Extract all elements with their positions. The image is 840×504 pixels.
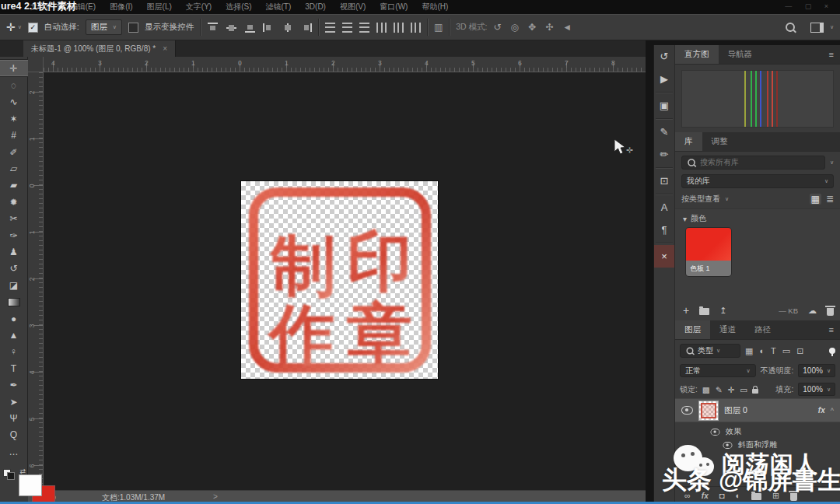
menu-item-2[interactable]: 图像(I) [103, 0, 139, 14]
current-tool-indicator[interactable]: ✛ ∨ [6, 21, 22, 33]
tab-layers[interactable]: 图层 [675, 320, 710, 339]
lock-artboard-icon[interactable]: ▭ [740, 385, 747, 394]
status-chevron-icon[interactable]: > [213, 492, 218, 501]
search-icon[interactable] [786, 23, 795, 32]
paragraph-panel-icon[interactable]: ¶ [654, 219, 674, 241]
edit-toolbar-button[interactable]: … [3, 443, 25, 460]
effect-visibility-icon[interactable] [723, 442, 733, 449]
marquee-tool[interactable]: ◌ [3, 77, 25, 93]
tab-histogram[interactable]: 直方图 [675, 45, 719, 64]
filter-pixel-layers-icon[interactable]: ▦ [745, 346, 753, 356]
menu-item-3[interactable]: 图层(L) [140, 0, 179, 14]
share-library-icon[interactable]: ↥ [719, 306, 726, 316]
align-vertical-centers-icon[interactable] [226, 23, 237, 33]
library-select-dropdown[interactable]: 我的库 ∨ [681, 174, 834, 188]
brush-tool[interactable]: ✑ [3, 227, 25, 243]
document-canvas[interactable]: 制 作 印 章 [241, 181, 438, 379]
filter-smart-objects-icon[interactable]: ⊡ [796, 346, 803, 356]
distribute-left-edges-icon[interactable] [376, 23, 387, 33]
distribute-vertical-centers-icon[interactable] [342, 23, 352, 33]
ruler-origin-box[interactable] [28, 57, 44, 72]
grid-view-icon[interactable]: ▦ [810, 194, 821, 205]
add-library-item-icon[interactable]: + [683, 304, 689, 317]
cloud-sync-icon[interactable]: ☁ [808, 306, 817, 316]
foreground-color-swatch[interactable] [19, 474, 42, 496]
patch-tool[interactable]: ▰ [3, 177, 25, 194]
collapse-fx-icon[interactable]: ^ [831, 407, 834, 415]
3d-rotate-icon[interactable]: ↺ [494, 22, 502, 33]
close-tab-icon[interactable]: × [163, 44, 167, 53]
spot-healing-tool[interactable]: ✹ [3, 194, 25, 210]
path-selection-tool[interactable]: ➤ [3, 394, 25, 410]
panel-menu-icon[interactable]: ≡ [829, 50, 834, 59]
move-tool[interactable]: ✛ [0, 59, 30, 77]
3d-scale-icon[interactable]: ◄ [562, 22, 572, 33]
lock-all-icon[interactable] [752, 389, 758, 394]
tool-presets-panel-icon[interactable]: ⊡ [654, 170, 674, 192]
menu-item-10[interactable]: 帮助(H) [415, 0, 455, 14]
distribute-horizontal-centers-icon[interactable] [394, 23, 404, 33]
filter-type-layers-icon[interactable]: T [771, 346, 776, 355]
blur-tool[interactable]: ● [3, 310, 25, 327]
chevron-down-icon[interactable]: ∨ [830, 159, 834, 166]
align-right-edges-icon[interactable] [300, 23, 312, 33]
horizontal-ruler[interactable]: 4321012345678 [44, 57, 646, 72]
history-panel-icon[interactable]: ↺ [654, 45, 674, 68]
healing-brush-tool[interactable]: ▱ [3, 160, 25, 177]
layer-visibility-icon[interactable] [681, 406, 693, 415]
hand-tool[interactable]: Ψ [3, 410, 25, 426]
workspace-switcher-icon[interactable] [810, 23, 824, 33]
filter-toggle-icon[interactable] [829, 348, 835, 354]
brush-presets-panel-icon[interactable]: ✏ [654, 143, 674, 166]
menu-item-6[interactable]: 滤镜(T) [259, 0, 299, 14]
quick-selection-tool[interactable]: ✶ [3, 110, 25, 127]
3d-drag-icon[interactable]: ✥ [528, 22, 536, 33]
slice-tool[interactable]: ✂ [3, 211, 25, 227]
effects-row[interactable]: 效果 [709, 426, 741, 437]
menu-item-7[interactable]: 3D(D) [298, 0, 333, 14]
brush-settings-panel-icon[interactable]: ✎ [654, 121, 674, 143]
opacity-field[interactable]: 100% ∨ [798, 364, 835, 377]
window-controls[interactable]: — ▢ × [785, 2, 834, 10]
layer-fx-badge[interactable]: fx [818, 406, 825, 415]
align-horizontal-centers-icon[interactable] [282, 23, 293, 33]
menu-item-5[interactable]: 选择(S) [219, 0, 258, 14]
close-panel-icon[interactable]: × [654, 245, 674, 268]
clone-stamp-tool[interactable]: ♟ [3, 243, 25, 260]
3d-roll-icon[interactable]: ◎ [511, 22, 519, 33]
tab-channels[interactable]: 通道 [710, 320, 745, 339]
lock-position-icon[interactable]: ✛ [728, 385, 735, 394]
chevron-down-icon[interactable]: ∨ [830, 24, 834, 30]
align-bottom-edges-icon[interactable] [244, 23, 256, 33]
layer-row[interactable]: 图层 0 fx ^ [675, 398, 840, 422]
delete-library-item-icon[interactable] [827, 308, 834, 316]
dodge-tool[interactable]: ♀ [3, 344, 25, 360]
character-panel-icon[interactable]: A [654, 196, 674, 219]
eraser-tool[interactable]: ◪ [3, 277, 25, 293]
pen-tool[interactable]: ✒ [3, 376, 25, 393]
distribute-top-edges-icon[interactable] [325, 23, 335, 33]
3d-slide-icon[interactable]: ✣ [545, 22, 553, 33]
type-tool[interactable]: T [3, 360, 25, 376]
document-tab[interactable]: 未标题-1 @ 100% (图层 0, RGB/8) * × [23, 40, 176, 57]
history-brush-tool[interactable]: ↺ [3, 261, 25, 277]
align-left-edges-icon[interactable] [263, 23, 275, 33]
fill-field[interactable]: 100% ∨ [798, 383, 835, 396]
distribute-right-edges-icon[interactable] [411, 23, 421, 33]
actions-panel-icon[interactable]: ▶ [654, 68, 674, 90]
show-transform-checkbox[interactable] [128, 23, 138, 33]
collapse-icon[interactable]: ▾ [683, 215, 687, 223]
menu-item-8[interactable]: 视图(V) [333, 0, 373, 14]
library-color-swatch[interactable]: 色板 1 [686, 228, 731, 276]
layer-thumbnail[interactable] [698, 401, 719, 421]
tab-paths[interactable]: 路径 [745, 320, 780, 339]
menu-item-9[interactable]: 窗口(W) [373, 0, 415, 14]
menu-item-4[interactable]: 文字(Y) [179, 0, 219, 14]
layer-filter-dropdown[interactable]: 类型 ∨ [680, 344, 740, 358]
panel-menu-icon[interactable]: ≡ [829, 325, 834, 334]
lock-image-pixels-icon[interactable]: ✎ [716, 385, 723, 394]
distribute-spacing-icon[interactable]: ▥ [434, 22, 443, 33]
tab-libraries[interactable]: 库 [675, 132, 702, 151]
new-library-group-icon[interactable] [699, 308, 709, 315]
chevron-down-icon[interactable]: ∨ [725, 196, 729, 202]
